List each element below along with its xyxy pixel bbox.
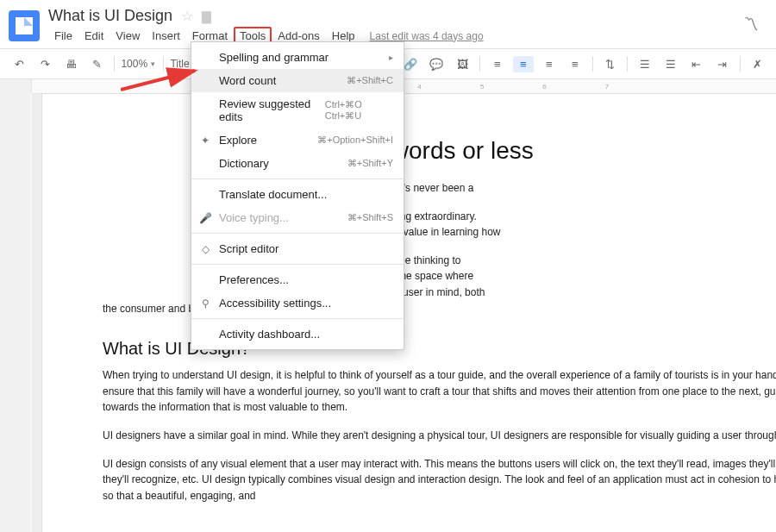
- tools-dropdown: Spelling and grammar▸Word count⌘+Shift+C…: [191, 41, 404, 350]
- align-center-button[interactable]: ≡: [513, 56, 534, 72]
- tools-menu-item[interactable]: Dictionary⌘+Shift+Y: [191, 152, 404, 175]
- folder-icon[interactable]: ▇: [202, 9, 211, 23]
- line-spacing-button[interactable]: ⇅: [599, 56, 620, 72]
- last-edit-info[interactable]: Last edit was 4 days ago: [370, 30, 484, 42]
- clear-format-button[interactable]: ✗: [747, 56, 767, 72]
- numbered-list-button[interactable]: ☰: [635, 56, 655, 72]
- image-button[interactable]: 🖼: [452, 56, 472, 72]
- doc-paragraph: When trying to understand UI design, it …: [103, 367, 776, 416]
- tools-menu-item[interactable]: ◇Script editor: [191, 237, 404, 260]
- menu-edit[interactable]: Edit: [78, 27, 110, 45]
- outline-rail: [0, 79, 32, 532]
- tools-menu-item[interactable]: ✦Explore⌘+Option+Shift+I: [191, 128, 404, 152]
- redo-button[interactable]: ↷: [34, 56, 55, 72]
- menu-insert[interactable]: Insert: [146, 27, 186, 45]
- menu-view[interactable]: View: [110, 27, 146, 45]
- tools-menu-item[interactable]: ⚲Accessibility settings...: [191, 291, 404, 315]
- bulleted-list-button[interactable]: ☰: [660, 56, 681, 72]
- tools-menu-item[interactable]: Preferences...: [191, 268, 404, 291]
- align-left-button[interactable]: ≡: [487, 56, 508, 72]
- tools-menu-item[interactable]: Translate document...: [191, 183, 404, 206]
- docs-logo[interactable]: [9, 10, 40, 41]
- document-title[interactable]: What is UI Design: [48, 7, 172, 25]
- doc-paragraph: UI design consists of any visual element…: [103, 456, 776, 504]
- star-icon[interactable]: ☆: [181, 8, 193, 24]
- paint-format-button[interactable]: ✎: [86, 56, 107, 72]
- tools-menu-item[interactable]: Review suggested editsCtrl+⌘O Ctrl+⌘U: [191, 92, 404, 128]
- tools-menu-item[interactable]: Spelling and grammar▸: [191, 46, 404, 69]
- tools-menu-item[interactable]: Activity dashboard...: [191, 322, 404, 346]
- align-justify-button[interactable]: ≡: [565, 56, 585, 72]
- zoom-select[interactable]: 100%▼: [121, 58, 156, 70]
- doc-paragraph: UI designers have a similar goal in mind…: [103, 428, 776, 444]
- tools-menu-item: 🎤Voice typing...⌘+Shift+S: [191, 206, 404, 229]
- comment-button[interactable]: 💬: [426, 56, 447, 72]
- decrease-indent-button[interactable]: ⇤: [686, 56, 707, 72]
- document-page[interactable]: UI Design in 500 words or less nnected, …: [42, 94, 776, 532]
- print-button[interactable]: 🖶: [60, 56, 81, 72]
- activity-trend-icon[interactable]: 〽: [743, 16, 759, 34]
- increase-indent-button[interactable]: ⇥: [712, 56, 733, 72]
- tools-menu-item[interactable]: Word count⌘+Shift+C: [191, 69, 404, 92]
- undo-button[interactable]: ↶: [9, 56, 29, 72]
- menu-file[interactable]: File: [48, 27, 78, 45]
- align-right-button[interactable]: ≡: [539, 56, 560, 72]
